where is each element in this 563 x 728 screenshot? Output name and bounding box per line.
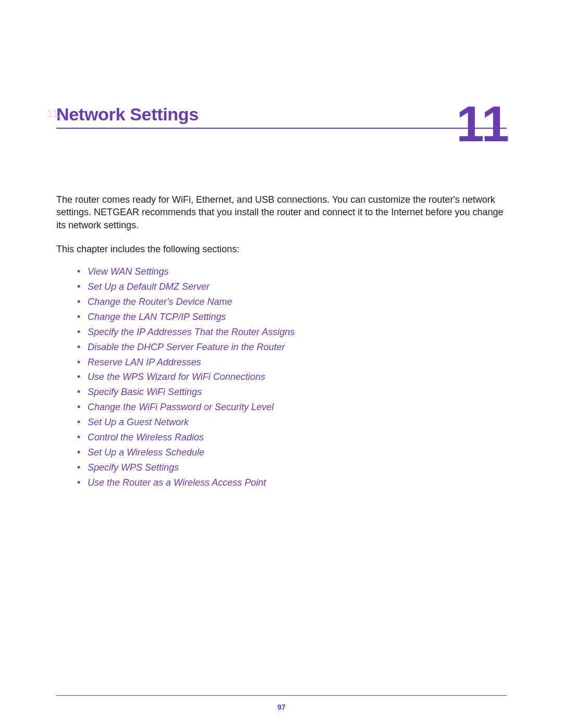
toc-link[interactable]: Use the Router as a Wireless Access Poin… — [77, 476, 507, 490]
toc-link[interactable]: View WAN Settings — [77, 265, 507, 279]
toc-link[interactable]: Specify Basic WiFi Settings — [77, 385, 507, 400]
footer-rule — [56, 695, 507, 696]
intro-paragraph: The router comes ready for WiFi, Etherne… — [56, 193, 507, 231]
toc-link[interactable]: Set Up a Guest Network — [77, 415, 507, 430]
page-number: 97 — [0, 703, 563, 711]
toc-link[interactable]: Set Up a Default DMZ Server — [77, 280, 507, 294]
toc-link[interactable]: Disable the DHCP Server Feature in the R… — [77, 340, 507, 355]
document-page: 11 11. Network Settings The router comes… — [0, 0, 563, 728]
chapter-title-row: 11. Network Settings — [56, 104, 507, 129]
section-toc-list: View WAN Settings Set Up a Default DMZ S… — [56, 265, 507, 490]
toc-link[interactable]: Use the WPS Wizard for WiFi Connections — [77, 370, 507, 385]
intro-subheading: This chapter includes the following sect… — [56, 243, 507, 255]
toc-link[interactable]: Specify the IP Addresses That the Router… — [77, 325, 507, 340]
toc-link[interactable]: Change the Router's Device Name — [77, 295, 507, 310]
chapter-title: Network Settings — [56, 104, 199, 124]
toc-link[interactable]: Specify WPS Settings — [77, 461, 507, 475]
toc-link[interactable]: Reserve LAN IP Addresses — [77, 355, 507, 370]
toc-link[interactable]: Control the Wireless Radios — [77, 430, 507, 445]
toc-link[interactable]: Change the LAN TCP/IP Settings — [77, 310, 507, 325]
toc-link[interactable]: Change the WiFi Password or Security Lev… — [77, 400, 507, 415]
toc-link[interactable]: Set Up a Wireless Schedule — [77, 446, 507, 460]
chapter-prefix: 11. — [47, 108, 62, 120]
